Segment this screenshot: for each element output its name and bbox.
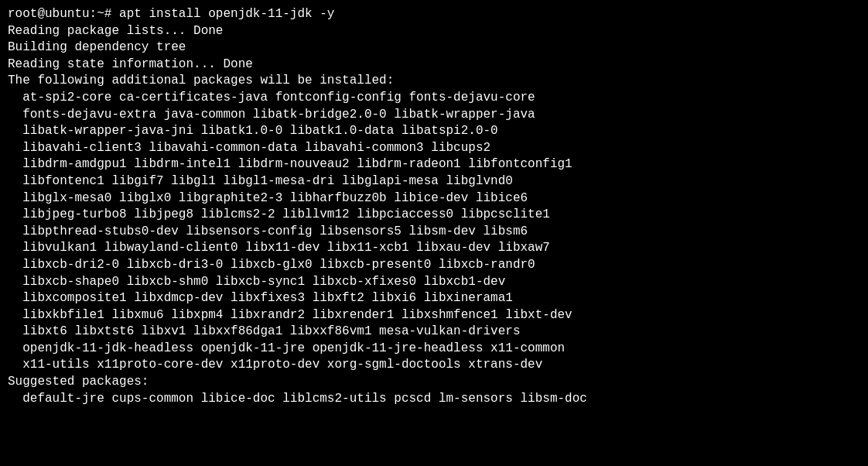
terminal-line: libxcb-shape0 libxcb-shm0 libxcb-sync1 l… [8,274,860,291]
terminal-line: Building dependency tree [8,39,860,57]
terminal-line: The following additional packages will b… [8,73,860,90]
terminal-line: libxkbfile1 libxmu6 libxpm4 libxrandr2 l… [8,307,860,324]
terminal-line: libdrm-amdgpu1 libdrm-intel1 libdrm-nouv… [8,156,860,173]
terminal-line: libjpeg-turbo8 libjpeg8 liblcms2-2 libll… [8,207,860,224]
terminal-line: libpthread-stubs0-dev libsensors-config … [8,224,860,241]
terminal-line: default-jre cups-common libice-doc liblc… [8,391,860,408]
terminal-line: libxcb-dri2-0 libxcb-dri3-0 libxcb-glx0 … [8,257,860,274]
terminal-line: x11-utils x11proto-core-dev x11proto-dev… [8,357,860,374]
terminal-line: libxt6 libxtst6 libxv1 libxxf86dga1 libx… [8,324,860,341]
terminal-line: libfontenc1 libgif7 libgl1 libgl1-mesa-d… [8,173,860,190]
terminal-line: Reading state information... Done [8,57,860,74]
terminal-line: root@ubuntu:~# apt install openjdk-11-jd… [8,6,860,23]
terminal-line: openjdk-11-jdk-headless openjdk-11-jre o… [8,341,860,358]
terminal-line: Reading package lists... Done [8,23,860,40]
terminal-line: libavahi-client3 libavahi-common-data li… [8,140,860,157]
terminal-line: libglx-mesa0 libglx0 libgraphite2-3 libh… [8,190,860,207]
terminal-line: at-spi2-core ca-certificates-java fontco… [8,90,860,107]
terminal-output: root@ubuntu:~# apt install openjdk-11-jd… [8,6,860,407]
terminal-line: Suggested packages: [8,374,860,391]
terminal-line: libatk-wrapper-java-jni libatk1.0-0 liba… [8,123,860,140]
terminal-line: libxcomposite1 libxdmcp-dev libxfixes3 l… [8,290,860,307]
terminal-line: fonts-dejavu-extra java-common libatk-br… [8,107,860,124]
terminal-line: libvulkan1 libwayland-client0 libx11-dev… [8,240,860,257]
